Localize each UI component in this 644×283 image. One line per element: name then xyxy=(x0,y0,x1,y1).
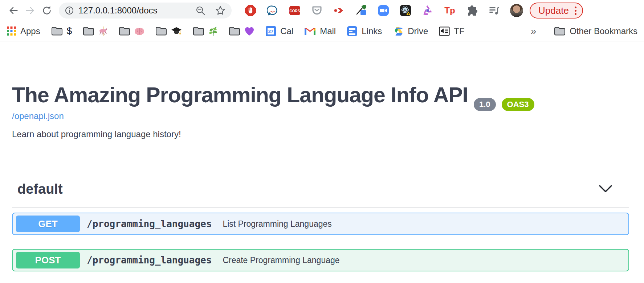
chat-bubble-extension-icon[interactable] xyxy=(267,5,278,16)
color-picker-extension-icon[interactable] xyxy=(355,5,367,16)
tf-label: TF xyxy=(454,26,464,36)
bookmarks-divider xyxy=(545,25,545,37)
google-drive-icon xyxy=(393,26,404,36)
api-title-text: The Amazing Programming Language Info AP… xyxy=(12,83,468,107)
address-bar[interactable]: 127.0.0.1:8000/docs xyxy=(59,3,232,19)
bookmark-folder-dollar[interactable]: $ xyxy=(51,25,72,37)
version-badge: 1.0 xyxy=(474,98,496,111)
mail-label: Mail xyxy=(320,26,336,36)
extensions-row: CORS Tp xyxy=(245,5,500,16)
bookmark-calendar[interactable]: 27 Cal xyxy=(265,26,293,37)
calendar-day-label: 27 xyxy=(268,29,273,34)
bookmark-mail[interactable]: Mail xyxy=(304,26,336,36)
links-label: Links xyxy=(362,26,382,36)
recycle-extension-icon[interactable] xyxy=(422,5,433,16)
post-summary: Create Programming Language xyxy=(223,255,339,265)
other-bookmarks[interactable]: Other Bookmarks xyxy=(554,26,637,36)
folder-icon xyxy=(193,26,204,36)
get-method-badge: GET xyxy=(16,216,80,232)
folder-icon xyxy=(229,26,240,36)
graduation-cap-icon xyxy=(171,26,182,36)
herb-icon xyxy=(208,26,218,36)
music-playlist-icon[interactable] xyxy=(488,5,500,16)
openapi-json-link[interactable]: /openapi.json xyxy=(12,111,64,121)
folder-icon xyxy=(119,26,130,36)
api-description: Learn about programming language history… xyxy=(12,129,181,139)
tp-label: Tp xyxy=(444,5,455,15)
browser-toolbar: 127.0.0.1:8000/docs CORS xyxy=(0,0,644,21)
oas3-badge: OAS3 xyxy=(502,98,534,111)
apps-label: Apps xyxy=(20,26,40,36)
bookmark-links[interactable]: Links xyxy=(347,26,382,37)
bookmark-folder-brain[interactable] xyxy=(119,26,144,36)
swagger-page: The Amazing Programming Language Info AP… xyxy=(0,41,644,283)
bookmark-folder-purple-heart[interactable] xyxy=(229,26,254,36)
reload-button[interactable] xyxy=(38,2,55,19)
purple-heart-icon xyxy=(244,26,254,36)
api-title: The Amazing Programming Language Info AP… xyxy=(12,83,534,107)
bookmark-apps[interactable]: Apps xyxy=(7,26,40,36)
get-path: /programming_languages xyxy=(87,218,212,229)
dollar-label: $ xyxy=(67,25,72,37)
pocket-extension-icon[interactable] xyxy=(311,5,323,16)
blue-list-icon xyxy=(347,26,358,37)
forward-button[interactable] xyxy=(22,2,38,19)
update-button[interactable]: Update xyxy=(530,3,583,19)
bookmark-tf[interactable]: TF xyxy=(439,26,464,36)
cors-extension-icon[interactable]: CORS xyxy=(289,5,301,16)
cors-label: CORS xyxy=(290,9,300,13)
post-method-badge: POST xyxy=(16,252,80,268)
folder-icon xyxy=(51,26,63,36)
profile-avatar[interactable] xyxy=(510,4,523,17)
folder-icon xyxy=(155,26,167,36)
reload-icon xyxy=(41,5,52,16)
operation-row-post[interactable]: POST /programming_languages Create Progr… xyxy=(12,249,629,271)
folder-icon xyxy=(83,26,94,36)
browser-menu-kebab-icon[interactable] xyxy=(575,7,576,15)
bookmark-folder-carousel[interactable] xyxy=(83,26,108,36)
other-bookmarks-label: Other Bookmarks xyxy=(570,26,637,36)
doc-announce-icon xyxy=(439,26,450,36)
apps-grid-icon xyxy=(7,26,16,36)
update-label: Update xyxy=(538,5,569,16)
calendar-label: Cal xyxy=(280,26,293,36)
zoom-out-icon[interactable] xyxy=(195,5,205,16)
back-button[interactable] xyxy=(5,2,22,19)
folder-icon xyxy=(554,26,566,36)
back-arrow-icon xyxy=(8,5,19,16)
bookmark-folder-herb[interactable] xyxy=(193,26,218,36)
google-calendar-icon: 27 xyxy=(265,26,276,37)
bookmarks-right-group: » Other Bookmarks xyxy=(529,25,637,37)
stop-hand-extension-icon[interactable] xyxy=(245,5,256,16)
extensions-puzzle-icon[interactable] xyxy=(466,5,478,16)
get-summary: List Programming Languages xyxy=(223,219,331,229)
bookmarks-overflow-chevron[interactable]: » xyxy=(531,25,537,37)
react-devtools-extension-icon[interactable] xyxy=(400,5,411,16)
bookmarks-bar: Apps $ 27 Cal Mail Links Drive xyxy=(0,21,644,41)
tp-extension-icon[interactable]: Tp xyxy=(444,5,456,16)
site-info-icon[interactable] xyxy=(65,6,74,15)
url-text[interactable]: 127.0.0.1:8000/docs xyxy=(78,5,158,16)
tag-divider xyxy=(12,207,629,208)
drive-label: Drive xyxy=(408,26,428,36)
brain-icon xyxy=(134,27,144,36)
bookmark-star-icon[interactable] xyxy=(215,5,226,16)
bookmark-drive[interactable]: Drive xyxy=(393,26,428,36)
carousel-horse-icon xyxy=(98,26,108,36)
tag-title: default xyxy=(17,181,63,197)
bookmark-folder-graduation[interactable] xyxy=(155,26,182,36)
zoom-video-extension-icon[interactable] xyxy=(378,5,389,16)
red-redirect-extension-icon[interactable] xyxy=(333,5,345,16)
operation-row-get[interactable]: GET /programming_languages List Programm… xyxy=(12,213,629,235)
collapse-chevron-icon[interactable] xyxy=(599,184,612,194)
forward-arrow-icon xyxy=(25,5,36,16)
post-path: /programming_languages xyxy=(87,255,212,266)
tag-section-header[interactable]: default xyxy=(12,179,629,200)
gmail-icon xyxy=(304,27,316,36)
